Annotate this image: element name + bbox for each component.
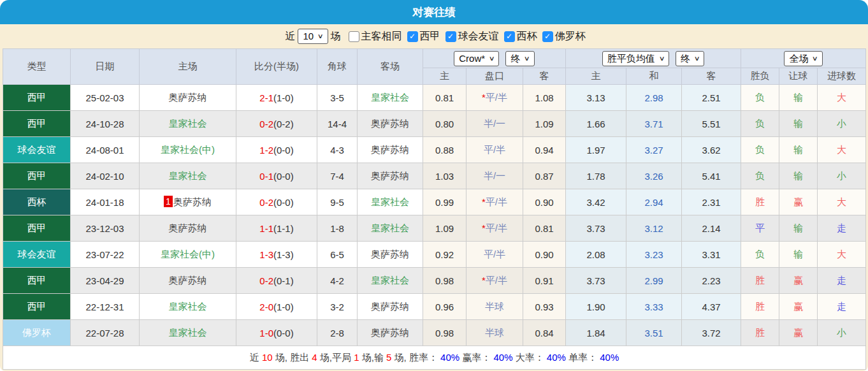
cell-score: 1-3(1-3) [236,242,317,268]
fulltime-score: 0-1 [259,171,273,182]
cell-avg-away: 3.72 [682,320,741,346]
cell-date: 24-02-10 [71,163,140,189]
league-checkbox[interactable]: ✓ [407,31,418,42]
fulltime-score: 1-0 [259,328,273,338]
cell-type: 西甲 [3,268,71,294]
cell-avg-home: 1.90 [566,294,626,320]
cell-avg-away: 3.31 [682,242,741,268]
cell-avg-away: 5.41 [682,163,741,189]
avg-type-value: 胜平负均值 [607,53,655,64]
cell-avg-home: 1.84 [566,320,626,346]
odds-company-select[interactable]: Crow* ∨ [454,51,499,66]
league-checkbox[interactable]: ✓ [445,31,456,42]
avg-time-select[interactable]: 终 ∨ [676,51,704,66]
cell-avg-home: 3.13 [566,85,626,111]
same-venue-label[interactable]: 主客相同 [361,30,402,43]
cell-avg-away: 2.31 [682,189,741,215]
near-count-select[interactable]: 10 ∨ [298,29,328,44]
league-label[interactable]: 西甲 [420,30,440,43]
cell-handicap: *平/半 [467,268,523,294]
table-row: 球会友谊 24-08-01 皇家社会(中) 1-2(0-0) 4-3 奥萨苏纳 … [3,137,866,163]
odds-time-value: 终 [510,53,520,64]
cell-type: 西甲 [3,215,71,242]
cell-avg-home: 3.73 [566,215,626,242]
cell-score: 1-1(1-1) [236,215,317,242]
cell-handicap: *平/半 [467,189,523,215]
cell-home-team: 皇家社会 [140,163,236,189]
cell-date: 22-07-28 [71,320,140,346]
cell-avg-draw: 2.94 [626,189,682,215]
cell-score: 0-1(0-0) [236,163,317,189]
cell-score: 0-2(0-0) [236,189,317,215]
cell-result-goals: 大 [818,137,866,163]
home-team-name: 奥萨苏纳 [169,92,207,103]
away-team-name: 奥萨苏纳 [371,118,409,129]
chevron-down-icon: ∨ [317,31,324,42]
halftime-score: (0-0) [273,171,294,182]
odds-time-select[interactable]: 终 ∨ [505,51,534,66]
fulltime-score: 0-2 [259,275,273,286]
cell-handicap: 平/半 [467,137,523,163]
cell-handicap: 半球 [467,294,523,320]
cell-odds-home: 0.80 [423,111,467,137]
cell-home-team: 奥萨苏纳 [140,268,236,294]
cell-home-team: 皇家社会 [140,320,236,346]
cell-date: 22-12-31 [71,294,140,320]
cell-result-handicap: 输 [779,215,818,242]
cell-result-handicap: 输 [779,111,818,137]
cell-result-handicap: 赢 [779,320,818,346]
cell-away-team: 奥萨苏纳 [358,111,423,137]
table-row: 球会友谊 23-07-22 皇家社会(中) 1-3(1-3) 6-5 奥萨苏纳 … [3,242,866,268]
handicap-value: 半球 [485,301,504,312]
cell-result-wdl: 胜 [741,189,779,215]
col-header-away: 客场 [358,49,423,85]
away-team-name: 奥萨苏纳 [371,327,409,338]
cell-handicap: *平/半 [467,215,523,242]
table-row: 西甲 23-04-29 奥萨苏纳 0-2(0-1) 4-2 皇家社会 0.98 … [3,268,866,294]
cell-odds-away: 0.84 [523,320,566,346]
summary-segment: 1 [354,352,359,363]
scope-value: 全场 [789,53,808,64]
same-venue-checkbox[interactable] [349,31,359,42]
cell-avg-draw: 3.23 [626,242,682,268]
scope-select[interactable]: 全场 ∨ [784,51,822,66]
summary-segment: 场,平局 [317,352,354,363]
cell-result-goals: 大 [818,189,866,215]
cell-away-team: 皇家社会 [358,215,423,242]
cell-date: 24-10-28 [71,111,140,137]
cell-handicap: 半球 [467,320,523,346]
cell-avg-away: 5.51 [682,111,741,137]
col-header-avg-draw: 和 [626,68,682,85]
home-team-name: 皇家社会(中) [161,144,215,155]
fulltime-score: 0-2 [259,197,273,208]
cell-result-goals: 小 [818,111,866,137]
league-label[interactable]: 西杯 [517,30,537,43]
league-checkbox[interactable]: ✓ [542,31,553,42]
league-checkbox[interactable]: ✓ [504,31,515,42]
cell-odds-home: 0.99 [423,189,467,215]
cell-away-team: 皇家社会 [358,189,423,215]
near-count-value: 10 [303,31,314,42]
cell-avg-away: 2.23 [682,268,741,294]
avg-type-select[interactable]: 胜平负均值 ∨ [602,51,669,66]
cell-odds-home: 0.81 [423,85,467,111]
cell-type: 西杯 [3,189,71,215]
cell-date: 23-12-03 [71,215,140,242]
league-label[interactable]: 球会友谊 [458,30,499,43]
halftime-score: (0-2) [273,119,294,129]
cell-score: 1-2(0-0) [236,137,317,163]
cell-away-team: 奥萨苏纳 [358,163,423,189]
cell-odds-home: 0.98 [423,268,467,294]
cell-avg-home: 1.66 [566,111,626,137]
cell-away-team: 皇家社会 [358,85,423,111]
home-team-name: 皇家社会 [169,301,207,312]
fulltime-score: 1-2 [259,145,273,156]
cell-result-handicap: 输 [779,163,818,189]
cell-avg-home: 1.78 [566,163,626,189]
cell-result-wdl: 负 [741,85,779,111]
league-label[interactable]: 佛罗杯 [555,30,586,43]
cell-score: 2-1(1-0) [236,85,317,111]
cell-away-team: 奥萨苏纳 [358,242,423,268]
home-team-name: 奥萨苏纳 [173,196,212,207]
summary-segment: 40% [600,352,619,363]
